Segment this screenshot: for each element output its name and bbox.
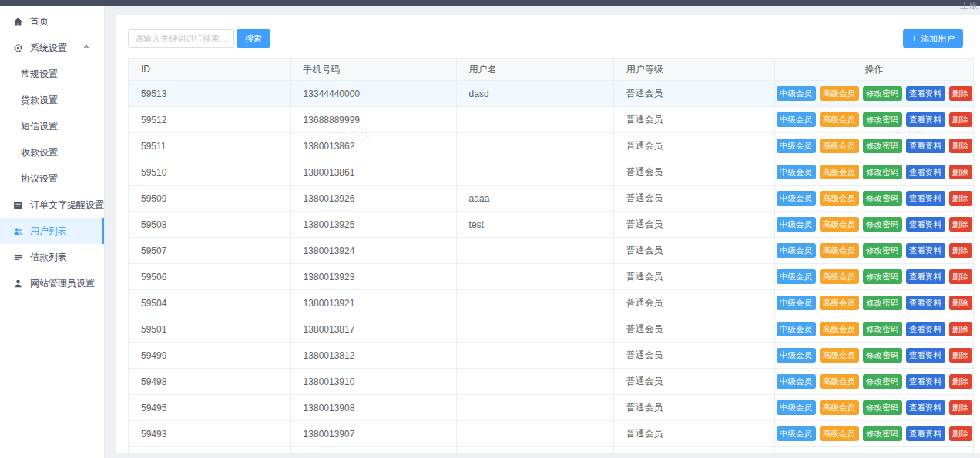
delete-button[interactable]: 删除 [949, 269, 972, 284]
change-password-button[interactable]: 修改密码 [863, 400, 902, 415]
cell-level: 普通会员 [613, 107, 775, 133]
high-member-button[interactable]: 高级会员 [820, 269, 859, 284]
view-profile-button[interactable]: 查看资料 [906, 112, 945, 127]
mid-member-button[interactable]: 中级会员 [777, 400, 816, 415]
header-actions: 操作 [775, 59, 974, 81]
view-profile-button[interactable]: 查看资料 [906, 400, 945, 415]
mid-member-button[interactable]: 中级会员 [777, 191, 816, 206]
mid-member-button[interactable]: 中级会员 [777, 374, 816, 389]
mid-member-button[interactable]: 中级会员 [777, 348, 816, 363]
view-profile-button[interactable]: 查看资料 [906, 269, 945, 284]
high-member-button[interactable]: 高级会员 [820, 165, 859, 179]
mid-member-button[interactable]: 中级会员 [777, 165, 816, 179]
view-profile-button[interactable]: 查看资料 [906, 139, 945, 153]
view-profile-button[interactable]: 查看资料 [906, 374, 945, 389]
sidebar-item-label: 订单文字提醒设置 [30, 199, 104, 212]
high-member-button[interactable]: 高级会员 [820, 348, 859, 363]
users-icon [13, 226, 23, 236]
delete-button[interactable]: 删除 [949, 400, 972, 415]
sidebar-item-user-list[interactable]: 用户列表 [0, 218, 104, 244]
cell-id: 59507 [129, 238, 291, 264]
row-actions: 中级会员高级会员修改密码查看资料删除 [777, 191, 972, 206]
mid-member-button[interactable]: 中级会员 [777, 217, 816, 232]
change-password-button[interactable]: 修改密码 [863, 296, 902, 310]
change-password-button[interactable]: 修改密码 [863, 217, 902, 232]
mid-member-button[interactable]: 中级会员 [777, 269, 816, 284]
delete-button[interactable]: 删除 [949, 112, 972, 127]
sidebar-item-general-settings[interactable]: 常规设置 [0, 61, 104, 87]
mid-member-button[interactable]: 中级会员 [777, 139, 816, 153]
delete-button[interactable]: 删除 [949, 322, 972, 336]
sidebar-item-agreement-settings[interactable]: 协议设置 [0, 165, 104, 192]
delete-button[interactable]: 删除 [949, 191, 972, 206]
high-member-button[interactable]: 高级会员 [820, 296, 859, 310]
mid-member-button[interactable]: 中级会员 [777, 426, 816, 441]
delete-button[interactable]: 删除 [949, 374, 972, 389]
high-member-button[interactable]: 高级会员 [820, 191, 859, 206]
sidebar-item-sms-settings[interactable]: 短信设置 [0, 113, 104, 139]
sidebar-item-site-admin-settings[interactable]: 网站管理员设置 [0, 270, 104, 296]
change-password-button[interactable]: 修改密码 [863, 139, 902, 153]
sidebar-item-payment-settings[interactable]: 收款设置 [0, 139, 104, 165]
delete-button[interactable]: 删除 [949, 165, 972, 179]
delete-button[interactable]: 删除 [949, 296, 972, 310]
cell-id: 59492 [129, 447, 291, 453]
change-password-button[interactable]: 修改密码 [863, 348, 902, 363]
mid-member-button[interactable]: 中级会员 [777, 322, 816, 336]
high-member-button[interactable]: 高级会员 [820, 400, 859, 415]
view-profile-button[interactable]: 查看资料 [906, 348, 945, 363]
high-member-button[interactable]: 高级会员 [820, 322, 859, 336]
table-row: 59507 1380013924 普通会员 中级会员高级会员修改密码查看资料删除 [129, 238, 974, 264]
sidebar-item-home[interactable]: 首页 [0, 8, 104, 35]
sidebar-item-loan-list[interactable]: 借款列表 [0, 244, 104, 270]
high-member-button[interactable]: 高级会员 [820, 139, 859, 153]
change-password-button[interactable]: 修改密码 [863, 112, 902, 127]
high-member-button[interactable]: 高级会员 [820, 374, 859, 389]
change-password-button[interactable]: 修改密码 [863, 374, 902, 389]
view-profile-button[interactable]: 查看资料 [906, 165, 945, 179]
high-member-button[interactable]: 高级会员 [820, 86, 859, 101]
sidebar-item-system-settings[interactable]: 系统设置 [0, 35, 104, 61]
high-member-button[interactable]: 高级会员 [820, 217, 859, 232]
change-password-button[interactable]: 修改密码 [863, 86, 902, 101]
delete-button[interactable]: 删除 [949, 348, 972, 363]
delete-button[interactable]: 删除 [949, 217, 972, 232]
mid-member-button[interactable]: 中级会员 [777, 86, 816, 101]
cell-phone: 1380013861 [290, 159, 456, 186]
add-user-button[interactable]: + 添加用户 [903, 29, 963, 48]
mid-member-button[interactable]: 中级会员 [777, 112, 816, 127]
view-profile-button[interactable]: 查看资料 [906, 217, 945, 232]
row-actions: 中级会员高级会员修改密码查看资料删除 [777, 426, 972, 441]
delete-button[interactable]: 删除 [949, 426, 972, 441]
chevron-up-icon[interactable] [82, 43, 90, 51]
row-actions: 中级会员高级会员修改密码查看资料删除 [777, 139, 972, 153]
view-profile-button[interactable]: 查看资料 [906, 243, 945, 258]
change-password-button[interactable]: 修改密码 [863, 243, 902, 258]
change-password-button[interactable]: 修改密码 [863, 426, 902, 441]
change-password-button[interactable]: 修改密码 [863, 322, 902, 336]
sidebar-item-loan-settings[interactable]: 贷款设置 [0, 87, 104, 113]
change-password-button[interactable]: 修改密码 [863, 165, 902, 179]
view-profile-button[interactable]: 查看资料 [906, 296, 945, 310]
mid-member-button[interactable]: 中级会员 [777, 243, 816, 258]
cell-phone: 13344440000 [290, 81, 456, 107]
delete-button[interactable]: 删除 [949, 243, 972, 258]
search-input[interactable] [128, 29, 234, 48]
toolbar: 搜索 + 添加用户 [128, 29, 974, 48]
high-member-button[interactable]: 高级会员 [820, 243, 859, 258]
mid-member-button[interactable]: 中级会员 [777, 296, 816, 310]
cell-id: 59499 [129, 343, 291, 369]
view-profile-button[interactable]: 查看资料 [906, 426, 945, 441]
sidebar-item-order-text-reminder-settings[interactable]: 订单文字提醒设置 [0, 192, 104, 218]
change-password-button[interactable]: 修改密码 [863, 191, 902, 206]
delete-button[interactable]: 删除 [949, 139, 972, 153]
high-member-button[interactable]: 高级会员 [820, 112, 859, 127]
high-member-button[interactable]: 高级会员 [820, 426, 859, 441]
delete-button[interactable]: 删除 [949, 86, 972, 101]
cell-actions: 中级会员高级会员修改密码查看资料删除 [775, 447, 974, 453]
search-button[interactable]: 搜索 [237, 29, 270, 48]
view-profile-button[interactable]: 查看资料 [906, 86, 945, 101]
change-password-button[interactable]: 修改密码 [863, 269, 902, 284]
view-profile-button[interactable]: 查看资料 [906, 322, 945, 336]
view-profile-button[interactable]: 查看资料 [906, 191, 945, 206]
